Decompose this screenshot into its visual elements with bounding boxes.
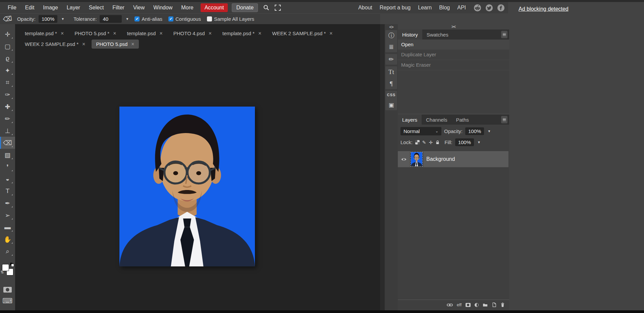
- tab-swatches[interactable]: Swatches: [422, 29, 453, 40]
- lock-position-icon[interactable]: ✛: [429, 140, 433, 145]
- color-swatches[interactable]: ⇄: [2, 263, 13, 275]
- brush-tool[interactable]: ✏: [0, 113, 15, 125]
- checkbox-icon[interactable]: [135, 16, 140, 21]
- opacity-value-field[interactable]: 100%: [39, 15, 57, 23]
- options-checkbox[interactable]: Contiguous: [168, 16, 201, 22]
- document-tab[interactable]: PHOTO 5.psd: [92, 40, 139, 49]
- fullscreen-icon[interactable]: [275, 5, 281, 11]
- info-panel-icon[interactable]: ⓘ: [388, 33, 394, 39]
- facebook-icon[interactable]: [497, 4, 505, 12]
- account-button[interactable]: Account: [201, 3, 228, 12]
- donate-button[interactable]: Donate: [232, 3, 258, 12]
- gradient-tool[interactable]: ▧: [0, 149, 15, 161]
- menu-window[interactable]: Window: [149, 3, 177, 12]
- opacity-dropdown-icon[interactable]: ▼: [60, 17, 65, 21]
- reddit-icon[interactable]: [474, 4, 481, 12]
- menu-layer[interactable]: Layer: [62, 3, 85, 12]
- paragraph-panel-icon[interactable]: ¶: [390, 80, 393, 87]
- layer-visibility-eye-icon[interactable]: [401, 157, 407, 162]
- character-panel-icon[interactable]: Tt: [388, 69, 394, 75]
- checkbox-icon[interactable]: [168, 16, 173, 21]
- fill-value-field[interactable]: 100%: [455, 138, 474, 146]
- lock-transparency-icon[interactable]: [415, 140, 420, 144]
- menu-select[interactable]: Select: [85, 3, 108, 12]
- layer-mask-icon[interactable]: [466, 303, 471, 307]
- checkbox-icon[interactable]: [207, 16, 212, 21]
- layer-thumbnail[interactable]: [411, 152, 423, 167]
- tab-close-icon[interactable]: [61, 31, 64, 36]
- tab-close-icon[interactable]: [131, 42, 134, 47]
- delete-layer-icon[interactable]: [500, 302, 505, 307]
- image-panel-icon[interactable]: ▣: [388, 102, 394, 108]
- lock-all-icon[interactable]: [435, 140, 440, 145]
- document-tab[interactable]: PHOTO 4.psd: [169, 29, 216, 38]
- menu-file[interactable]: File: [3, 3, 21, 12]
- css-panel-icon[interactable]: CSS: [387, 93, 396, 97]
- layers-opacity-value-field[interactable]: 100%: [465, 127, 484, 135]
- magic-wand-tool[interactable]: ✦: [0, 64, 15, 76]
- link-blog[interactable]: Blog: [435, 3, 453, 12]
- blend-mode-select[interactable]: Normal ⌄: [400, 127, 441, 135]
- tab-close-icon[interactable]: [209, 31, 212, 36]
- collapse-panels-icon[interactable]: ><: [451, 24, 455, 30]
- options-checkbox[interactable]: Anti-alias: [135, 16, 162, 22]
- link-about[interactable]: About: [355, 3, 376, 12]
- pen-tool[interactable]: ✒: [0, 197, 15, 209]
- tab-close-icon[interactable]: [258, 31, 261, 36]
- blur-tool[interactable]: ❜: [0, 161, 15, 173]
- eraser-tool[interactable]: ⌫: [0, 137, 15, 149]
- link-layers-icon[interactable]: [447, 303, 453, 307]
- canvas-area[interactable]: template.psd * PHOTO 5.psd * template.ps…: [15, 24, 380, 310]
- history-panel-menu-icon[interactable]: [501, 31, 507, 38]
- horizontal-scrollbar[interactable]: [0, 310, 644, 313]
- tab-close-icon[interactable]: [159, 31, 162, 36]
- tab-close-icon[interactable]: [329, 31, 332, 36]
- foreground-color-swatch[interactable]: [2, 264, 9, 271]
- document-tab[interactable]: template.psd *: [20, 29, 68, 38]
- fill-dropdown-icon[interactable]: ▼: [477, 140, 481, 144]
- type-tool[interactable]: T: [0, 185, 15, 197]
- menu-view[interactable]: View: [129, 3, 149, 12]
- canvas-document-image[interactable]: [119, 107, 255, 266]
- layer-effects-icon[interactable]: eff: [457, 302, 462, 307]
- lasso-tool[interactable]: ϱ: [0, 52, 15, 64]
- adjustment-layer-icon[interactable]: [475, 303, 479, 307]
- menu-more[interactable]: More: [177, 3, 198, 12]
- link-report-a-bug[interactable]: Report a bug: [376, 3, 415, 12]
- link-api[interactable]: API: [453, 3, 470, 12]
- new-layer-icon[interactable]: [492, 302, 496, 307]
- keyboard-shortcuts-icon[interactable]: ⌨: [2, 297, 12, 304]
- expand-strip-icon[interactable]: <>: [385, 24, 398, 30]
- dodge-burn-tool[interactable]: ◒: [0, 173, 15, 185]
- collapse-panels-bar[interactable]: ><: [398, 24, 509, 29]
- menu-filter[interactable]: Filter: [108, 3, 129, 12]
- search-icon[interactable]: [263, 5, 269, 11]
- document-tab[interactable]: template.psd *: [218, 29, 266, 38]
- brush-settings-panel-icon[interactable]: ✏: [389, 56, 394, 62]
- tab-history[interactable]: History: [398, 29, 422, 40]
- tab-close-icon[interactable]: [113, 31, 116, 36]
- twitter-icon[interactable]: [485, 4, 493, 12]
- tab-close-icon[interactable]: [82, 42, 85, 47]
- crop-tool[interactable]: ⌗: [0, 76, 15, 88]
- document-tab[interactable]: WEEK 2 SAMPLE.psd *: [20, 40, 90, 49]
- tolerance-value-field[interactable]: 40: [100, 15, 122, 23]
- document-tab[interactable]: PHOTO 5.psd *: [70, 29, 120, 38]
- direct-select-tool[interactable]: ➢: [0, 209, 15, 221]
- move-tool[interactable]: ✛: [0, 28, 15, 40]
- group-layers-icon[interactable]: [483, 303, 488, 307]
- healing-brush-tool[interactable]: ✚: [0, 101, 15, 113]
- default-colors-icon[interactable]: [10, 263, 14, 267]
- history-step[interactable]: Magic Eraser: [398, 60, 509, 70]
- shape-tool[interactable]: ▬: [0, 221, 15, 233]
- document-tab[interactable]: template.psd: [123, 29, 167, 38]
- tab-channels[interactable]: Channels: [422, 115, 451, 125]
- menu-edit[interactable]: Edit: [21, 3, 39, 12]
- ad-blocking-notice-link[interactable]: Ad blocking detected: [519, 6, 569, 12]
- tolerance-dropdown-icon[interactable]: ▼: [125, 17, 129, 21]
- eyedropper-tool[interactable]: ✑: [0, 88, 15, 101]
- layers-panel-menu-icon[interactable]: [501, 116, 507, 123]
- history-step[interactable]: Open: [398, 40, 509, 50]
- lock-pixels-icon[interactable]: ✎: [422, 140, 426, 145]
- clone-stamp-tool[interactable]: ⊥: [0, 125, 15, 137]
